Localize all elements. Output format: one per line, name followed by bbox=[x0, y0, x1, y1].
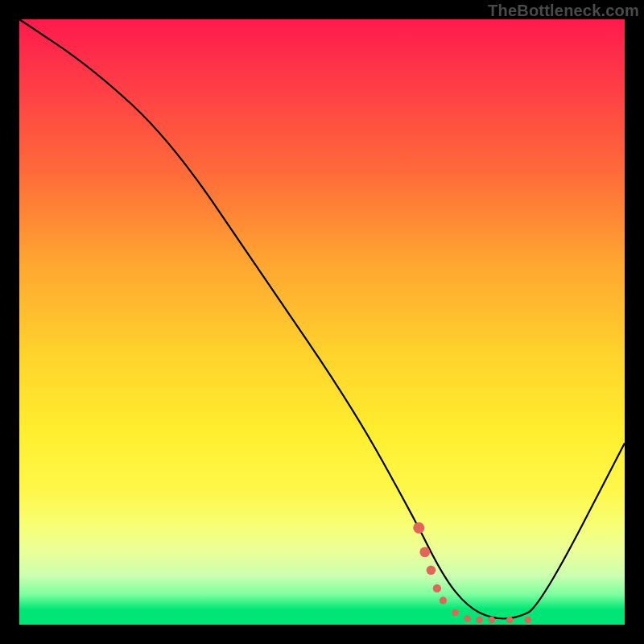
chart-svg bbox=[19, 19, 625, 625]
watermark-text: TheBottleneck.com bbox=[488, 2, 639, 20]
chart-frame bbox=[19, 19, 625, 625]
marker-dot bbox=[476, 617, 482, 623]
marker-dot bbox=[452, 609, 458, 616]
marker-dot bbox=[433, 584, 441, 592]
marker-dot bbox=[427, 566, 436, 576]
marker-dot bbox=[440, 597, 447, 604]
marker-dot bbox=[506, 617, 513, 623]
bottleneck-curve bbox=[19, 19, 625, 619]
marker-dot bbox=[419, 547, 430, 557]
marker-dot bbox=[488, 617, 494, 623]
marker-dot bbox=[464, 615, 470, 621]
marker-dot bbox=[525, 617, 531, 623]
marker-dot bbox=[413, 522, 424, 534]
